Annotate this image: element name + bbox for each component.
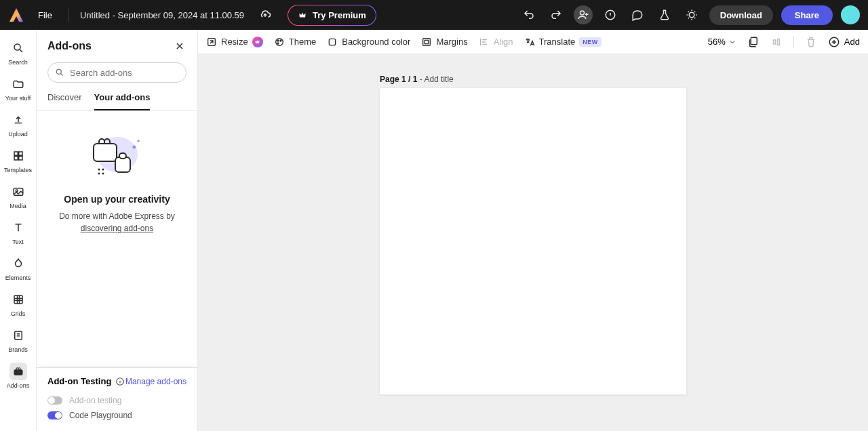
- close-panel-button[interactable]: [173, 39, 186, 53]
- rail-brands[interactable]: Brands: [0, 323, 36, 358]
- svg-rect-12: [14, 370, 22, 375]
- user-avatar[interactable]: [841, 5, 860, 24]
- svg-point-25: [277, 40, 279, 41]
- toggle-code-playground[interactable]: [47, 411, 62, 419]
- svg-point-9: [16, 190, 18, 192]
- rail-search[interactable]: Search: [0, 35, 36, 71]
- new-badge: NEW: [579, 37, 601, 47]
- search-addons[interactable]: [47, 62, 186, 83]
- add-page-button[interactable]: Add: [828, 36, 860, 48]
- svg-point-18: [98, 169, 100, 171]
- search-icon: [55, 68, 64, 77]
- tool-resize[interactable]: Resize: [206, 37, 263, 47]
- toggle-label: Add-on testing: [69, 396, 121, 405]
- download-button[interactable]: Download: [709, 5, 773, 25]
- app-logo-icon[interactable]: [8, 7, 24, 23]
- rail-upload[interactable]: Upload: [0, 107, 36, 143]
- undo-button[interactable]: [519, 5, 538, 24]
- panel-title: Add-ons: [47, 40, 92, 52]
- tool-margins[interactable]: Margins: [421, 37, 467, 47]
- rail-addons[interactable]: Add-ons: [0, 358, 36, 394]
- invite-button[interactable]: [574, 5, 593, 24]
- svg-point-2: [689, 12, 694, 18]
- svg-point-3: [14, 44, 20, 50]
- redo-button[interactable]: [547, 5, 566, 24]
- rail-text[interactable]: Text: [0, 215, 36, 251]
- svg-rect-7: [18, 157, 22, 160]
- cloud-sync-icon[interactable]: [259, 9, 271, 21]
- addons-panel: Add-ons Discover Your add-ons: [37, 30, 198, 431]
- empty-state: Open up your creativity Do more with Ado…: [37, 111, 197, 367]
- share-button[interactable]: Share: [781, 5, 833, 25]
- tab-discover[interactable]: Discover: [47, 92, 82, 110]
- svg-point-19: [102, 169, 104, 171]
- document-title[interactable]: Untitled - September 09, 2024 at 11.00.5…: [80, 10, 244, 20]
- rail-label: Search: [8, 59, 28, 66]
- tool-pages[interactable]: [747, 36, 760, 48]
- svg-rect-15: [94, 144, 117, 161]
- app-header: File Untitled - September 09, 2024 at 11…: [0, 0, 868, 30]
- svg-rect-5: [18, 152, 22, 155]
- info-icon[interactable]: [115, 377, 125, 386]
- crown-icon: [298, 10, 307, 20]
- svg-rect-6: [14, 157, 18, 160]
- tool-bgcolor[interactable]: Background color: [327, 37, 410, 47]
- page-label[interactable]: Page 1 / 1 - Add title: [380, 75, 686, 84]
- tool-align: Align: [479, 37, 513, 47]
- search-input[interactable]: [70, 68, 184, 78]
- manage-addons-link[interactable]: Manage add-ons: [125, 377, 186, 386]
- help-button[interactable]: [601, 5, 620, 24]
- svg-point-27: [277, 43, 279, 44]
- discover-addons-link[interactable]: discovering add-ons: [81, 224, 153, 233]
- rail-label: Add-ons: [7, 382, 30, 389]
- svg-rect-17: [119, 153, 126, 159]
- canvas-toolbar: Resize Theme Background color Margins Al…: [198, 30, 868, 54]
- rail-label: Templates: [4, 167, 32, 173]
- svg-point-13: [56, 69, 61, 74]
- svg-point-20: [98, 173, 100, 175]
- rail-templates[interactable]: Templates: [0, 143, 36, 179]
- chevron-down-icon: [728, 38, 736, 46]
- file-menu[interactable]: File: [33, 6, 58, 24]
- canvas-viewport[interactable]: Page 1 / 1 - Add title: [198, 54, 868, 431]
- try-premium-label: Try Premium: [313, 10, 366, 20]
- rail-label: Media: [9, 203, 26, 209]
- rail-label: Upload: [8, 131, 28, 138]
- tool-theme[interactable]: Theme: [274, 37, 316, 47]
- toggle-label: Code Playground: [69, 411, 132, 420]
- toggle-addon-testing[interactable]: [47, 396, 62, 405]
- svg-rect-30: [425, 40, 429, 43]
- rail-elements[interactable]: Elements: [0, 251, 36, 287]
- svg-point-24: [275, 38, 283, 45]
- rail-label: Text: [12, 239, 24, 245]
- rail-media[interactable]: Media: [0, 179, 36, 215]
- empty-illustration-icon: [73, 130, 161, 182]
- svg-rect-4: [14, 152, 18, 155]
- addon-testing-section: Add-on Testing Manage add-ons Add-on tes…: [37, 367, 197, 431]
- svg-rect-10: [14, 295, 22, 304]
- beaker-button[interactable]: [655, 5, 674, 24]
- svg-point-0: [580, 11, 584, 15]
- rail-label: Grids: [11, 310, 26, 317]
- rail-label: Brands: [8, 346, 28, 353]
- tool-delete: [805, 36, 817, 48]
- left-rail: Search Your stuff Upload Templates Media…: [0, 30, 37, 431]
- empty-title: Open up your creativity: [64, 194, 170, 205]
- rail-grids[interactable]: Grids: [0, 287, 36, 323]
- zoom-control[interactable]: 56%: [708, 37, 736, 47]
- svg-rect-29: [423, 38, 431, 45]
- svg-rect-28: [330, 39, 336, 45]
- canvas-page[interactable]: [380, 88, 686, 394]
- rail-label: Your stuff: [5, 95, 31, 102]
- divider: [68, 8, 69, 22]
- rail-label: Elements: [5, 274, 31, 281]
- empty-description: Do more with Adobe Express by discoverin…: [50, 210, 184, 234]
- tab-your-addons[interactable]: Your add-ons: [94, 92, 151, 110]
- tool-translate[interactable]: Translate NEW: [524, 37, 601, 47]
- svg-rect-16: [115, 157, 130, 172]
- testing-title: Add-on Testing: [47, 376, 125, 386]
- rail-your-stuff[interactable]: Your stuff: [0, 71, 36, 107]
- present-button[interactable]: [682, 5, 701, 24]
- try-premium-button[interactable]: Try Premium: [288, 5, 376, 26]
- comment-button[interactable]: [628, 5, 647, 24]
